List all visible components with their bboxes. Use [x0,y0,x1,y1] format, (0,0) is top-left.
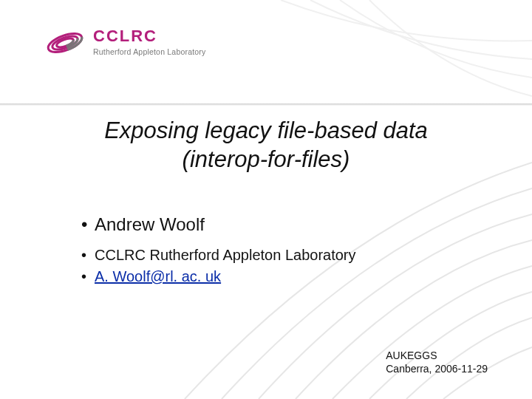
title-line-1: Exposing legacy file-based data [0,117,532,146]
logo-text: CCLRC Rutherford Appleton Laboratory [93,27,206,56]
bullet-email: A. Woolf@rl. ac. uk [81,268,466,285]
title-line-2: (interop-for-files) [0,146,532,174]
footer-event: AUKEGGS [386,349,488,363]
email-link[interactable]: A. Woolf@rl. ac. uk [95,268,221,284]
footer-place-date: Canberra, 2006-11-29 [386,363,488,376]
title: Exposing legacy file-based data (interop… [0,117,532,174]
logo-name: CCLRC [93,27,206,46]
bullet-affiliation: CCLRC Rutherford Appleton Laboratory [81,247,466,264]
footer: AUKEGGS Canberra, 2006-11-29 [386,349,488,375]
slide: CCLRC Rutherford Appleton Laboratory Exp… [0,0,532,399]
logo-subtitle: Rutherford Appleton Laboratory [93,47,206,56]
logo: CCLRC Rutherford Appleton Laboratory [44,22,281,81]
bullet-list: Andrew Woolf CCLRC Rutherford Appleton L… [81,214,466,290]
author-text: Andrew Woolf [95,214,205,234]
header-divider [0,103,532,105]
logo-mark-icon [44,22,86,64]
header: CCLRC Rutherford Appleton Laboratory [0,0,532,103]
affiliation-text: CCLRC Rutherford Appleton Laboratory [95,247,356,263]
bullet-author: Andrew Woolf [81,214,466,235]
